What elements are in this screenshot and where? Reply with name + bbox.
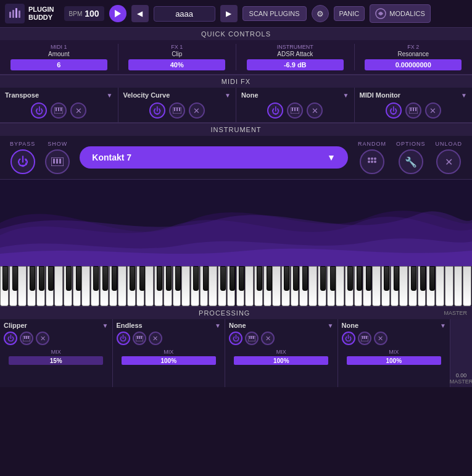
proc-mix-bar-0[interactable]: 15% — [9, 356, 103, 365]
black-key[interactable] — [66, 266, 72, 291]
black-key[interactable] — [284, 266, 289, 291]
black-key[interactable] — [12, 266, 18, 291]
qc-bar-3[interactable]: 0.00000000 — [365, 59, 462, 70]
proc-power-btn-0[interactable]: ⏻ — [4, 332, 17, 345]
proc-power-btn-3[interactable]: ⏻ — [342, 332, 355, 345]
black-key[interactable] — [411, 266, 416, 291]
fx-piano-btn-3[interactable] — [405, 102, 421, 119]
white-key[interactable] — [18, 266, 27, 306]
proc-power-btn-1[interactable]: ⏻ — [117, 332, 130, 345]
fx-slot-name-3[interactable]: MIDI Monitor — [360, 91, 401, 99]
next-button[interactable]: ▶ — [220, 5, 238, 22]
black-key[interactable] — [330, 266, 336, 291]
panic-button[interactable]: PANIC — [334, 6, 365, 21]
proc-dropdown-2[interactable]: ▼ — [328, 322, 334, 329]
white-key[interactable] — [445, 266, 453, 306]
fx-close-btn-2[interactable]: ✕ — [307, 102, 323, 119]
options-button[interactable]: 🔧 — [399, 149, 423, 174]
scan-plugins-button[interactable]: SCAN PLUGINS — [242, 6, 307, 21]
fx-close-btn-3[interactable]: ✕ — [425, 102, 441, 119]
white-key[interactable] — [454, 266, 463, 306]
black-key[interactable] — [30, 266, 35, 291]
qc-bar-0[interactable]: 6 — [10, 59, 107, 70]
bpm-value[interactable]: 100 — [85, 9, 99, 19]
white-key[interactable] — [181, 266, 190, 306]
black-key[interactable] — [267, 266, 272, 291]
black-key[interactable] — [157, 266, 162, 291]
fx-dropdown-arrow-3[interactable]: ▼ — [461, 92, 467, 99]
black-key[interactable] — [366, 266, 371, 291]
white-key[interactable] — [308, 266, 317, 306]
white-key[interactable] — [436, 266, 444, 306]
fx-power-btn-3[interactable]: ⏻ — [386, 102, 402, 119]
fx-slot-name-1[interactable]: Velocity Curve — [123, 91, 170, 99]
black-key[interactable] — [420, 266, 426, 291]
fx-close-btn-0[interactable]: ✕ — [70, 102, 86, 119]
proc-close-btn-2[interactable]: ✕ — [261, 332, 275, 345]
fx-piano-btn-0[interactable] — [51, 102, 67, 119]
black-key[interactable] — [293, 266, 299, 291]
proc-piano-btn-2[interactable] — [245, 332, 259, 345]
proc-slot-name-3[interactable]: None — [342, 322, 359, 329]
proc-piano-btn-3[interactable] — [358, 332, 371, 345]
white-key[interactable] — [209, 266, 217, 306]
fx-dropdown-arrow-0[interactable]: ▼ — [107, 92, 113, 99]
show-button[interactable] — [45, 149, 70, 174]
fx-piano-btn-2[interactable] — [287, 102, 303, 119]
qc-bar-2[interactable]: -6.9 dB — [247, 59, 344, 70]
black-key[interactable] — [394, 266, 399, 291]
black-key[interactable] — [302, 266, 308, 291]
proc-close-btn-3[interactable]: ✕ — [374, 332, 387, 345]
proc-slot-name-2[interactable]: None — [229, 322, 246, 329]
white-key[interactable] — [118, 266, 126, 306]
fx-slot-name-2[interactable]: None — [241, 91, 259, 99]
preset-name[interactable]: aaaa — [154, 6, 215, 22]
black-key[interactable] — [102, 266, 108, 291]
black-key[interactable] — [384, 266, 389, 291]
white-key[interactable] — [463, 266, 471, 306]
black-key[interactable] — [429, 266, 435, 291]
black-key[interactable] — [112, 266, 117, 291]
unload-button[interactable]: ✕ — [436, 149, 461, 174]
black-key[interactable] — [166, 266, 172, 291]
black-key[interactable] — [320, 266, 326, 291]
proc-mix-bar-1[interactable]: 100% — [122, 356, 216, 365]
fx-piano-btn-1[interactable] — [169, 102, 185, 119]
play-button[interactable] — [109, 5, 126, 22]
black-key[interactable] — [193, 266, 199, 291]
black-key[interactable] — [175, 266, 181, 291]
white-key[interactable] — [336, 266, 344, 306]
settings-button[interactable]: ⚙ — [312, 5, 329, 22]
white-key[interactable] — [145, 266, 154, 306]
white-key[interactable] — [272, 266, 281, 306]
fx-close-btn-1[interactable]: ✕ — [189, 102, 205, 119]
white-key[interactable] — [245, 266, 254, 306]
proc-power-btn-2[interactable]: ⏻ — [229, 332, 242, 345]
black-key[interactable] — [39, 266, 44, 291]
black-key[interactable] — [203, 266, 209, 291]
fx-slot-name-0[interactable]: Transpose — [5, 91, 39, 99]
black-key[interactable] — [139, 266, 145, 291]
proc-slot-name-1[interactable]: Endless — [117, 322, 143, 329]
proc-slot-name-0[interactable]: Clipper — [4, 322, 27, 329]
proc-mix-bar-3[interactable]: 100% — [347, 356, 441, 365]
fx-power-btn-0[interactable]: ⏻ — [31, 102, 47, 119]
fx-dropdown-arrow-1[interactable]: ▼ — [225, 92, 231, 99]
piano-keyboard[interactable]: /* piano drawn below */ — [0, 266, 472, 306]
bypass-button[interactable]: ⏻ — [10, 149, 35, 174]
black-key[interactable] — [130, 266, 135, 291]
fx-dropdown-arrow-2[interactable]: ▼ — [343, 92, 349, 99]
black-key[interactable] — [239, 266, 244, 291]
white-key[interactable] — [372, 266, 381, 306]
black-key[interactable] — [76, 266, 81, 291]
prev-button[interactable]: ◀ — [131, 5, 149, 22]
black-key[interactable] — [2, 266, 8, 291]
instrument-selector[interactable]: Kontakt 7 ▼ — [80, 146, 348, 169]
proc-piano-btn-1[interactable] — [133, 332, 146, 345]
proc-dropdown-0[interactable]: ▼ — [102, 322, 109, 329]
black-key[interactable] — [357, 266, 362, 291]
black-key[interactable] — [220, 266, 226, 291]
modalics-button[interactable]: MODALICS — [370, 4, 430, 23]
proc-close-btn-0[interactable]: ✕ — [36, 332, 49, 345]
proc-mix-bar-2[interactable]: 100% — [234, 356, 328, 365]
